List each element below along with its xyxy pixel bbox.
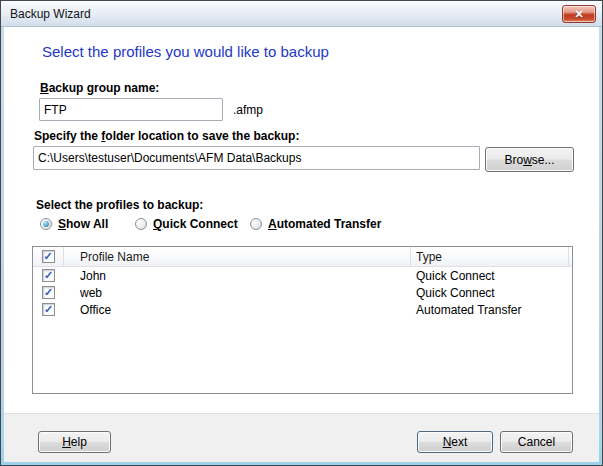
select-all-check-glyph: ✓ xyxy=(43,251,52,262)
label-part: elp xyxy=(71,435,87,449)
label-part: Bro xyxy=(504,153,523,167)
radio-show-all[interactable]: Show All xyxy=(40,217,108,231)
close-button[interactable]: ✕ xyxy=(562,5,596,23)
profile-table: ✓ Profile Name Type ✓ John Quick Connect… xyxy=(32,246,573,394)
row-checkbox[interactable]: ✓ xyxy=(42,269,55,282)
column-header-label: Type xyxy=(416,250,442,264)
mnemonic-char: w xyxy=(523,153,532,167)
profile-table-header: ✓ Profile Name Type xyxy=(33,247,572,267)
radio-automated-transfer[interactable]: Automated Transfer xyxy=(250,217,381,231)
mnemonic-char: S xyxy=(58,217,66,231)
table-row[interactable]: ✓ web Quick Connect xyxy=(33,284,572,301)
row-checkbox[interactable]: ✓ xyxy=(42,303,55,316)
next-button[interactable]: Next xyxy=(417,431,493,453)
file-extension-suffix: .afmp xyxy=(233,103,263,117)
profile-type-cell: Automated Transfer xyxy=(411,303,521,317)
cancel-button[interactable]: Cancel xyxy=(500,431,573,453)
radio-label: Show All xyxy=(58,217,108,231)
column-header-filler xyxy=(569,247,572,266)
folder-location-input[interactable] xyxy=(33,146,480,170)
browse-button[interactable]: Browse... xyxy=(485,147,574,172)
label-part: ackup group name: xyxy=(49,81,160,95)
column-header-type[interactable]: Type xyxy=(411,247,569,266)
mnemonic-char: H xyxy=(62,435,71,449)
radio-quick-connect[interactable]: Quick Connect xyxy=(135,217,238,231)
profile-name-cell: Office xyxy=(64,303,411,317)
row-check-glyph: ✓ xyxy=(44,304,53,315)
label-part: older location to save the backup: xyxy=(105,129,299,143)
page-title: Select the profiles you would like to ba… xyxy=(42,43,329,60)
close-icon: ✕ xyxy=(574,8,583,20)
label-part: how All xyxy=(66,217,108,231)
table-row[interactable]: ✓ Office Automated Transfer xyxy=(33,301,572,318)
table-row[interactable]: ✓ John Quick Connect xyxy=(33,267,572,284)
profile-type-cell: Quick Connect xyxy=(411,286,495,300)
label-part: ext xyxy=(451,435,467,449)
profile-type-cell: Quick Connect xyxy=(411,269,495,283)
group-name-input[interactable] xyxy=(39,98,223,121)
label-part: utomated Transfer xyxy=(277,217,382,231)
mnemonic-char: A xyxy=(268,217,277,231)
label-part: se... xyxy=(532,153,555,167)
folder-location-label: Specify the folder location to save the … xyxy=(34,129,299,143)
select-all-checkbox[interactable]: ✓ xyxy=(42,250,55,263)
group-name-label: Backup group name: xyxy=(40,81,159,95)
select-all-header[interactable]: ✓ xyxy=(33,247,64,266)
row-check-glyph: ✓ xyxy=(44,270,53,281)
footer-bar: Help Next Cancel xyxy=(4,413,599,462)
label-part: Cancel xyxy=(518,435,555,449)
window-title: Backup Wizard xyxy=(10,7,91,21)
radio-circle xyxy=(40,218,52,230)
dialog-body: Select the profiles you would like to ba… xyxy=(4,27,599,462)
profile-name-cell: web xyxy=(64,286,411,300)
title-bar[interactable]: Backup Wizard ✕ xyxy=(1,1,602,27)
profile-list: ✓ John Quick Connect ✓ web Quick Connect… xyxy=(33,267,572,318)
label-part: uick Connect xyxy=(162,217,237,231)
row-check-glyph: ✓ xyxy=(44,287,53,298)
mnemonic-char: Q xyxy=(153,217,162,231)
label-part: Specify the xyxy=(34,129,101,143)
radio-label: Quick Connect xyxy=(153,217,238,231)
column-header-label: Profile Name xyxy=(80,250,149,264)
radio-circle xyxy=(250,218,262,230)
radio-circle xyxy=(135,218,147,230)
row-checkbox[interactable]: ✓ xyxy=(42,286,55,299)
mnemonic-char: B xyxy=(40,81,49,95)
radio-label: Automated Transfer xyxy=(268,217,381,231)
backup-wizard-dialog: Backup Wizard ✕ Select the profiles you … xyxy=(0,0,603,466)
profiles-section-label: Select the profiles to backup: xyxy=(36,198,203,212)
profile-name-cell: John xyxy=(64,269,411,283)
column-header-profile-name[interactable]: Profile Name xyxy=(64,247,411,266)
help-button[interactable]: Help xyxy=(38,431,111,453)
